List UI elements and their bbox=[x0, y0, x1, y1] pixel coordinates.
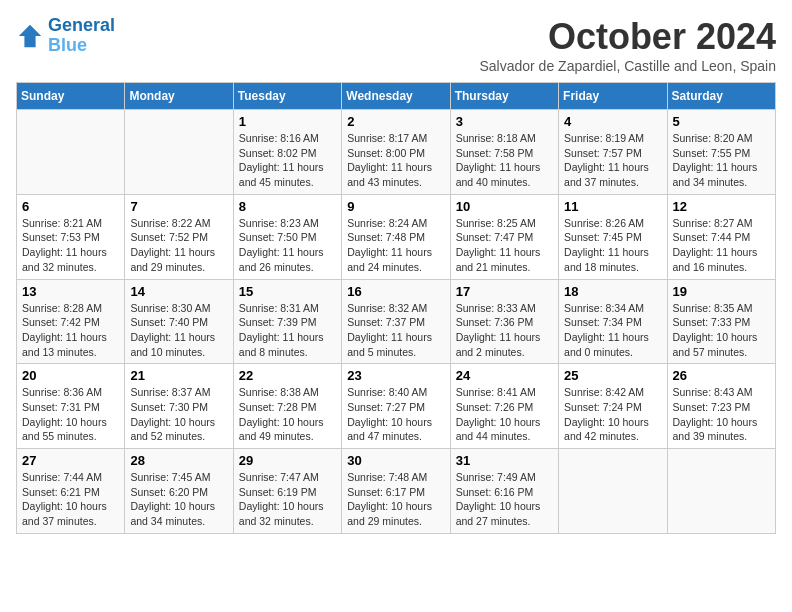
day-cell: 2Sunrise: 8:17 AMSunset: 8:00 PMDaylight… bbox=[342, 110, 450, 195]
day-number: 30 bbox=[347, 453, 444, 468]
week-row-4: 20Sunrise: 8:36 AMSunset: 7:31 PMDayligh… bbox=[17, 364, 776, 449]
day-cell: 26Sunrise: 8:43 AMSunset: 7:23 PMDayligh… bbox=[667, 364, 775, 449]
day-number: 18 bbox=[564, 284, 661, 299]
logo: General Blue bbox=[16, 16, 115, 56]
day-cell: 15Sunrise: 8:31 AMSunset: 7:39 PMDayligh… bbox=[233, 279, 341, 364]
day-info: Sunrise: 8:23 AMSunset: 7:50 PMDaylight:… bbox=[239, 216, 336, 275]
day-info: Sunrise: 8:34 AMSunset: 7:34 PMDaylight:… bbox=[564, 301, 661, 360]
calendar-table: SundayMondayTuesdayWednesdayThursdayFrid… bbox=[16, 82, 776, 534]
day-number: 12 bbox=[673, 199, 770, 214]
day-cell: 22Sunrise: 8:38 AMSunset: 7:28 PMDayligh… bbox=[233, 364, 341, 449]
day-number: 9 bbox=[347, 199, 444, 214]
day-info: Sunrise: 7:44 AMSunset: 6:21 PMDaylight:… bbox=[22, 470, 119, 529]
day-cell: 20Sunrise: 8:36 AMSunset: 7:31 PMDayligh… bbox=[17, 364, 125, 449]
day-number: 4 bbox=[564, 114, 661, 129]
day-info: Sunrise: 8:17 AMSunset: 8:00 PMDaylight:… bbox=[347, 131, 444, 190]
day-cell: 18Sunrise: 8:34 AMSunset: 7:34 PMDayligh… bbox=[559, 279, 667, 364]
day-info: Sunrise: 8:25 AMSunset: 7:47 PMDaylight:… bbox=[456, 216, 553, 275]
day-number: 27 bbox=[22, 453, 119, 468]
logo-text: General Blue bbox=[48, 16, 115, 56]
day-number: 16 bbox=[347, 284, 444, 299]
day-number: 15 bbox=[239, 284, 336, 299]
header-thursday: Thursday bbox=[450, 83, 558, 110]
day-info: Sunrise: 8:16 AMSunset: 8:02 PMDaylight:… bbox=[239, 131, 336, 190]
day-cell: 31Sunrise: 7:49 AMSunset: 6:16 PMDayligh… bbox=[450, 449, 558, 534]
day-cell: 4Sunrise: 8:19 AMSunset: 7:57 PMDaylight… bbox=[559, 110, 667, 195]
day-cell bbox=[17, 110, 125, 195]
day-number: 1 bbox=[239, 114, 336, 129]
day-number: 11 bbox=[564, 199, 661, 214]
day-number: 24 bbox=[456, 368, 553, 383]
header-sunday: Sunday bbox=[17, 83, 125, 110]
day-info: Sunrise: 8:35 AMSunset: 7:33 PMDaylight:… bbox=[673, 301, 770, 360]
day-number: 31 bbox=[456, 453, 553, 468]
page-header: General Blue October 2024 Salvador de Za… bbox=[16, 16, 776, 74]
day-number: 2 bbox=[347, 114, 444, 129]
day-info: Sunrise: 8:38 AMSunset: 7:28 PMDaylight:… bbox=[239, 385, 336, 444]
day-cell: 14Sunrise: 8:30 AMSunset: 7:40 PMDayligh… bbox=[125, 279, 233, 364]
title-block: October 2024 Salvador de Zapardiel, Cast… bbox=[479, 16, 776, 74]
day-cell: 16Sunrise: 8:32 AMSunset: 7:37 PMDayligh… bbox=[342, 279, 450, 364]
day-cell: 24Sunrise: 8:41 AMSunset: 7:26 PMDayligh… bbox=[450, 364, 558, 449]
month-title: October 2024 bbox=[479, 16, 776, 58]
day-cell: 11Sunrise: 8:26 AMSunset: 7:45 PMDayligh… bbox=[559, 194, 667, 279]
day-number: 22 bbox=[239, 368, 336, 383]
header-friday: Friday bbox=[559, 83, 667, 110]
day-number: 6 bbox=[22, 199, 119, 214]
day-cell: 10Sunrise: 8:25 AMSunset: 7:47 PMDayligh… bbox=[450, 194, 558, 279]
week-row-1: 1Sunrise: 8:16 AMSunset: 8:02 PMDaylight… bbox=[17, 110, 776, 195]
subtitle: Salvador de Zapardiel, Castille and Leon… bbox=[479, 58, 776, 74]
day-number: 13 bbox=[22, 284, 119, 299]
day-info: Sunrise: 8:28 AMSunset: 7:42 PMDaylight:… bbox=[22, 301, 119, 360]
day-number: 25 bbox=[564, 368, 661, 383]
day-cell: 23Sunrise: 8:40 AMSunset: 7:27 PMDayligh… bbox=[342, 364, 450, 449]
day-cell: 3Sunrise: 8:18 AMSunset: 7:58 PMDaylight… bbox=[450, 110, 558, 195]
header-tuesday: Tuesday bbox=[233, 83, 341, 110]
day-number: 20 bbox=[22, 368, 119, 383]
day-info: Sunrise: 7:47 AMSunset: 6:19 PMDaylight:… bbox=[239, 470, 336, 529]
day-number: 3 bbox=[456, 114, 553, 129]
week-row-2: 6Sunrise: 8:21 AMSunset: 7:53 PMDaylight… bbox=[17, 194, 776, 279]
day-cell: 1Sunrise: 8:16 AMSunset: 8:02 PMDaylight… bbox=[233, 110, 341, 195]
day-info: Sunrise: 8:32 AMSunset: 7:37 PMDaylight:… bbox=[347, 301, 444, 360]
header-saturday: Saturday bbox=[667, 83, 775, 110]
day-cell: 7Sunrise: 8:22 AMSunset: 7:52 PMDaylight… bbox=[125, 194, 233, 279]
day-number: 28 bbox=[130, 453, 227, 468]
day-number: 21 bbox=[130, 368, 227, 383]
day-cell: 8Sunrise: 8:23 AMSunset: 7:50 PMDaylight… bbox=[233, 194, 341, 279]
day-cell: 25Sunrise: 8:42 AMSunset: 7:24 PMDayligh… bbox=[559, 364, 667, 449]
day-info: Sunrise: 7:49 AMSunset: 6:16 PMDaylight:… bbox=[456, 470, 553, 529]
day-info: Sunrise: 7:45 AMSunset: 6:20 PMDaylight:… bbox=[130, 470, 227, 529]
day-cell: 9Sunrise: 8:24 AMSunset: 7:48 PMDaylight… bbox=[342, 194, 450, 279]
day-info: Sunrise: 8:18 AMSunset: 7:58 PMDaylight:… bbox=[456, 131, 553, 190]
day-info: Sunrise: 8:19 AMSunset: 7:57 PMDaylight:… bbox=[564, 131, 661, 190]
day-info: Sunrise: 8:20 AMSunset: 7:55 PMDaylight:… bbox=[673, 131, 770, 190]
svg-marker-0 bbox=[19, 25, 41, 47]
day-info: Sunrise: 8:30 AMSunset: 7:40 PMDaylight:… bbox=[130, 301, 227, 360]
day-cell: 27Sunrise: 7:44 AMSunset: 6:21 PMDayligh… bbox=[17, 449, 125, 534]
day-cell: 17Sunrise: 8:33 AMSunset: 7:36 PMDayligh… bbox=[450, 279, 558, 364]
day-info: Sunrise: 8:40 AMSunset: 7:27 PMDaylight:… bbox=[347, 385, 444, 444]
day-number: 19 bbox=[673, 284, 770, 299]
day-number: 26 bbox=[673, 368, 770, 383]
day-info: Sunrise: 8:37 AMSunset: 7:30 PMDaylight:… bbox=[130, 385, 227, 444]
day-info: Sunrise: 8:21 AMSunset: 7:53 PMDaylight:… bbox=[22, 216, 119, 275]
day-cell: 21Sunrise: 8:37 AMSunset: 7:30 PMDayligh… bbox=[125, 364, 233, 449]
logo-icon bbox=[16, 22, 44, 50]
header-row: SundayMondayTuesdayWednesdayThursdayFrid… bbox=[17, 83, 776, 110]
day-cell: 30Sunrise: 7:48 AMSunset: 6:17 PMDayligh… bbox=[342, 449, 450, 534]
day-info: Sunrise: 8:36 AMSunset: 7:31 PMDaylight:… bbox=[22, 385, 119, 444]
day-info: Sunrise: 8:22 AMSunset: 7:52 PMDaylight:… bbox=[130, 216, 227, 275]
day-cell: 6Sunrise: 8:21 AMSunset: 7:53 PMDaylight… bbox=[17, 194, 125, 279]
day-cell bbox=[559, 449, 667, 534]
week-row-3: 13Sunrise: 8:28 AMSunset: 7:42 PMDayligh… bbox=[17, 279, 776, 364]
day-number: 29 bbox=[239, 453, 336, 468]
day-cell: 5Sunrise: 8:20 AMSunset: 7:55 PMDaylight… bbox=[667, 110, 775, 195]
day-info: Sunrise: 7:48 AMSunset: 6:17 PMDaylight:… bbox=[347, 470, 444, 529]
day-number: 23 bbox=[347, 368, 444, 383]
day-info: Sunrise: 8:41 AMSunset: 7:26 PMDaylight:… bbox=[456, 385, 553, 444]
day-info: Sunrise: 8:42 AMSunset: 7:24 PMDaylight:… bbox=[564, 385, 661, 444]
day-number: 5 bbox=[673, 114, 770, 129]
day-number: 10 bbox=[456, 199, 553, 214]
day-number: 8 bbox=[239, 199, 336, 214]
